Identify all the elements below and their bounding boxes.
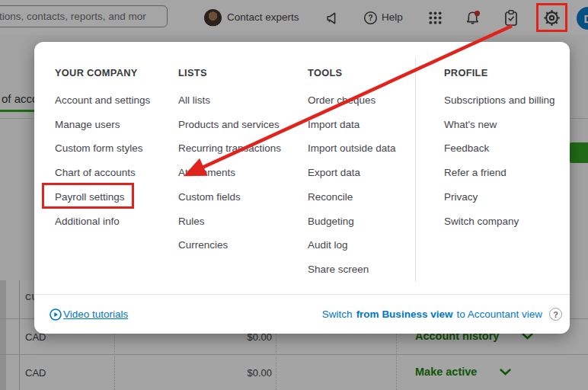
menu-item-rules[interactable]: Rules bbox=[178, 209, 281, 234]
menu-item-subscriptions-and-billing[interactable]: Subscriptions and billing bbox=[444, 88, 555, 113]
menu-column-profile: PROFILE Subscriptions and billing What's… bbox=[444, 65, 555, 233]
video-tutorials-link[interactable]: Video tutorials bbox=[50, 308, 128, 321]
quickbooks-screen: Contact experts ? Help bbox=[0, 0, 588, 390]
menu-item-products-and-services[interactable]: Products and services bbox=[178, 113, 281, 137]
column-header: TOOLS bbox=[308, 65, 396, 82]
video-tutorials-label: Video tutorials bbox=[63, 308, 128, 320]
menu-item-custom-fields[interactable]: Custom fields bbox=[178, 185, 281, 209]
menu-item-manage-users[interactable]: Manage users bbox=[55, 113, 150, 137]
menu-item-custom-form-styles[interactable]: Custom form styles bbox=[55, 136, 150, 161]
menu-item-export-data[interactable]: Export data bbox=[308, 161, 396, 185]
switch-prefix: Switch bbox=[322, 308, 353, 320]
menu-item-order-cheques[interactable]: Order cheques bbox=[308, 88, 396, 113]
switch-help-icon[interactable]: ? bbox=[549, 308, 562, 321]
menu-item-attachments[interactable]: Attachments bbox=[178, 161, 281, 185]
column-header: PROFILE bbox=[444, 65, 555, 82]
column-divider bbox=[415, 57, 416, 282]
annotation-box-gear bbox=[536, 3, 567, 32]
menu-item-chart-of-accounts[interactable]: Chart of accounts bbox=[55, 161, 150, 185]
column-header: LISTS bbox=[178, 65, 281, 82]
menu-item-privacy[interactable]: Privacy bbox=[444, 185, 555, 209]
menu-item-switch-company[interactable]: Switch company bbox=[444, 209, 555, 234]
play-circle-icon bbox=[50, 308, 62, 321]
menu-item-audit-log[interactable]: Audit log bbox=[308, 233, 396, 257]
menu-column-tools: TOOLS Order cheques Import data Import o… bbox=[308, 65, 396, 282]
menu-item-refer-a-friend[interactable]: Refer a friend bbox=[444, 161, 555, 185]
switch-view-control[interactable]: Switch from Business view to Accountant … bbox=[322, 308, 562, 321]
menu-item-whats-new[interactable]: What's new bbox=[444, 113, 555, 137]
menu-footer: Video tutorials Switch from Business vie… bbox=[34, 294, 570, 334]
menu-item-reconcile[interactable]: Reconcile bbox=[308, 185, 396, 209]
column-header: YOUR COMPANY bbox=[55, 65, 150, 82]
menu-item-currencies[interactable]: Currencies bbox=[178, 233, 281, 257]
menu-item-recurring-transactions[interactable]: Recurring transactions bbox=[178, 136, 281, 161]
menu-column-lists: LISTS All lists Products and services Re… bbox=[178, 65, 281, 257]
switch-current-view: from Business view bbox=[356, 308, 453, 320]
menu-item-import-data[interactable]: Import data bbox=[308, 113, 396, 137]
menu-item-budgeting[interactable]: Budgeting bbox=[308, 209, 396, 234]
menu-item-feedback[interactable]: Feedback bbox=[444, 136, 555, 161]
menu-item-share-screen[interactable]: Share screen bbox=[308, 257, 396, 282]
menu-item-import-outside-data[interactable]: Import outside data bbox=[308, 136, 396, 161]
menu-item-account-and-settings[interactable]: Account and settings bbox=[55, 88, 150, 113]
annotation-box-payroll-settings bbox=[42, 183, 134, 209]
menu-item-additional-info[interactable]: Additional info bbox=[55, 209, 150, 234]
menu-item-all-lists[interactable]: All lists bbox=[178, 88, 281, 113]
switch-target-view: to Accountant view bbox=[456, 308, 542, 320]
